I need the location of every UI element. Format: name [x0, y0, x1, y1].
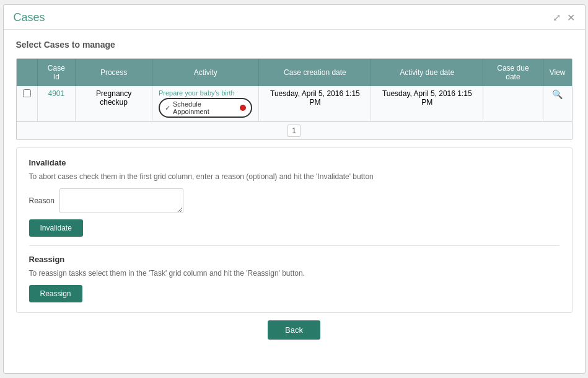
- back-button[interactable]: Back: [268, 320, 320, 340]
- invalidate-description: To abort cases check them in the first g…: [29, 172, 559, 181]
- red-dot-icon: [240, 105, 246, 111]
- activity-due-date-cell: Tuesday, April 5, 2016 1:15 PM: [371, 86, 483, 121]
- col-creation-date: Case creation date: [259, 59, 371, 86]
- cases-table: Case Id Process Activity Case creation d…: [16, 58, 573, 140]
- table-row: 4901 Pregnancy checkup Prepare your baby…: [17, 86, 572, 121]
- invalidate-button[interactable]: Invalidate: [29, 219, 83, 237]
- activity-link[interactable]: Prepare your baby's birth: [159, 89, 252, 97]
- activity-cell: Prepare your baby's birth ✓ Schedule App…: [152, 86, 259, 121]
- table-header-row: Case Id Process Activity Case creation d…: [17, 59, 572, 86]
- window-body: Select Cases to manage Case Id Process A…: [4, 30, 585, 373]
- reason-row: Reason: [29, 188, 559, 213]
- invalidate-title: Invalidate: [29, 158, 559, 167]
- process-cell: Pregnancy checkup: [76, 86, 152, 121]
- section-divider: [29, 245, 559, 246]
- view-cell[interactable]: 🔍: [543, 86, 571, 121]
- window-header: Cases ⤢ ✕: [4, 5, 585, 30]
- activity-selected-text: Schedule Appoinment: [173, 100, 237, 115]
- col-case-due: Case due date: [483, 59, 543, 86]
- expand-icon[interactable]: ⤢: [553, 12, 561, 24]
- pagination-bar: 1: [17, 121, 572, 139]
- pagination-number[interactable]: 1: [287, 125, 301, 137]
- row-checkbox[interactable]: [23, 89, 31, 97]
- close-icon[interactable]: ✕: [567, 12, 575, 24]
- main-window: Cases ⤢ ✕ Select Cases to manage Case Id…: [3, 4, 586, 374]
- reassign-description: To reassign tasks select them in the 'Ta…: [29, 269, 559, 278]
- col-checkbox: [17, 59, 38, 86]
- col-activity-due: Activity due date: [371, 59, 483, 86]
- page-subtitle: Select Cases to manage: [16, 40, 573, 50]
- row-checkbox-cell[interactable]: [17, 86, 38, 121]
- col-activity: Activity: [152, 59, 259, 86]
- case-creation-date-cell: Tuesday, April 5, 2016 1:15 PM: [259, 86, 371, 121]
- col-caseid: Case Id: [37, 59, 76, 86]
- col-process: Process: [76, 59, 152, 86]
- col-view: View: [543, 59, 571, 86]
- reason-label: Reason: [29, 196, 55, 205]
- reassign-button[interactable]: Reassign: [29, 285, 82, 302]
- window-controls: ⤢ ✕: [553, 12, 575, 24]
- case-id-cell: 4901: [37, 86, 76, 121]
- activity-checkmark: ✓: [165, 104, 170, 112]
- reason-input[interactable]: [59, 188, 183, 213]
- case-due-date-cell: [483, 86, 543, 121]
- window-title: Cases: [14, 11, 45, 24]
- reassign-title: Reassign: [29, 255, 559, 264]
- action-section: Invalidate To abort cases check them in …: [16, 147, 573, 313]
- activity-selected-row: ✓ Schedule Appoinment: [159, 98, 252, 118]
- footer-bar: Back: [16, 313, 573, 345]
